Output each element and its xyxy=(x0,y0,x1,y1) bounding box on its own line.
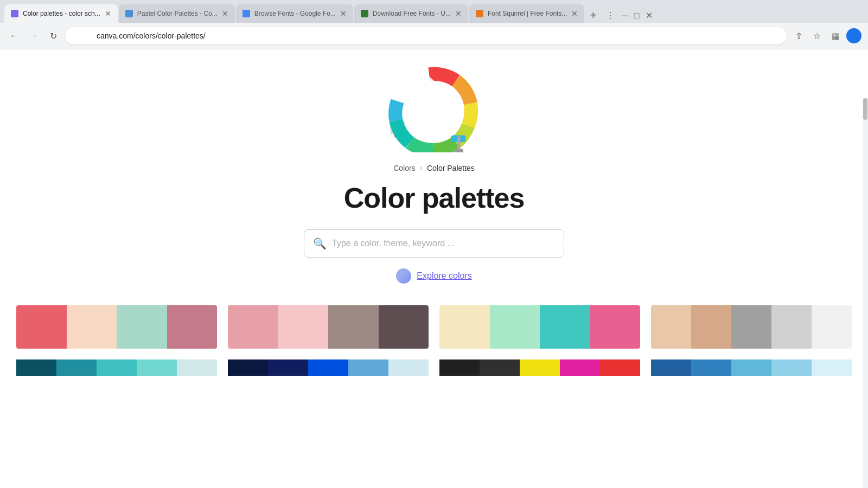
swatch-palettes-row-2-2-1 xyxy=(480,359,520,376)
swatch-palettes-row-1-2-1 xyxy=(490,305,540,349)
swatch-palettes-row-2-3-4 xyxy=(812,359,852,376)
nav-bar: ← → ↻ 🔒 canva.com/colors/color-palettes/… xyxy=(0,23,868,49)
swatch-palettes-row-1-3-3 xyxy=(771,305,812,349)
bookmark-icon[interactable]: ☆ xyxy=(809,28,825,43)
swatch-palettes-row-2-0-3 xyxy=(137,359,177,376)
palette-card-palettes-row-1-1[interactable] xyxy=(228,305,429,349)
svg-rect-6 xyxy=(457,136,460,151)
swatch-palettes-row-1-1-1 xyxy=(278,305,329,349)
reload-button[interactable]: ↻ xyxy=(46,28,61,43)
svg-rect-7 xyxy=(455,149,463,152)
swatch-palettes-row-1-3-2 xyxy=(731,305,771,349)
sidebar-icon[interactable]: ▦ xyxy=(828,28,843,43)
breadcrumb: Colors › Color Palettes xyxy=(393,163,475,173)
tab-close-2[interactable]: ✕ xyxy=(222,10,228,17)
address-text: canva.com/colors/color-palettes/ xyxy=(81,31,780,40)
explore-colors-link[interactable]: Explore colors xyxy=(417,271,471,281)
palette-card-palettes-row-1-3[interactable] xyxy=(651,305,852,349)
breadcrumb-parent-link[interactable]: Colors xyxy=(393,164,415,172)
palette-card-palettes-row-2-0[interactable] xyxy=(16,359,217,376)
search-input[interactable] xyxy=(332,239,555,248)
swatch-palettes-row-2-2-3 xyxy=(560,359,600,376)
address-bar-wrap: 🔒 canva.com/colors/color-palettes/ xyxy=(65,27,787,44)
palette-card-palettes-row-2-3[interactable] xyxy=(651,359,852,376)
swatch-palettes-row-2-0-2 xyxy=(97,359,137,376)
swatch-palettes-row-1-1-3 xyxy=(379,305,429,349)
palettes-section xyxy=(0,305,868,376)
maximize-icon[interactable]: □ xyxy=(632,9,642,23)
swatch-palettes-row-2-3-3 xyxy=(771,359,812,376)
scrollbar-thumb[interactable] xyxy=(863,98,867,120)
swatch-palettes-row-1-2-2 xyxy=(540,305,590,349)
hero-image xyxy=(380,55,488,152)
tab-favicon-3 xyxy=(242,10,250,17)
swatch-palettes-row-1-1-0 xyxy=(228,305,278,349)
tab-close-5[interactable]: ✕ xyxy=(571,10,578,17)
palette-card-palettes-row-1-2[interactable] xyxy=(439,305,640,349)
tab-4[interactable]: Download Free Fonts - U... ✕ xyxy=(354,4,468,23)
tab-label-2: Pastel Color Palettes - Co... xyxy=(137,10,218,17)
tab-favicon-4 xyxy=(361,10,368,17)
swatch-palettes-row-2-3-0 xyxy=(651,359,691,376)
swatch-palettes-row-2-0-0 xyxy=(16,359,56,376)
explore-circle-icon xyxy=(396,268,411,284)
tab-favicon-1 xyxy=(11,10,18,17)
palette-card-palettes-row-2-2[interactable] xyxy=(439,359,640,376)
tab-controls: ⋮ ─ □ ✕ xyxy=(604,8,655,23)
tab-favicon-2 xyxy=(125,10,133,17)
breadcrumb-current: Color Palettes xyxy=(427,164,475,172)
color-wheel-illustration xyxy=(380,55,488,152)
swatch-palettes-row-1-3-4 xyxy=(812,305,852,349)
tab-3[interactable]: Browse Fonts - Google Fo... ✕ xyxy=(236,4,353,23)
tab-close-3[interactable]: ✕ xyxy=(340,10,347,17)
swatch-palettes-row-2-3-2 xyxy=(731,359,771,376)
swatch-palettes-row-2-2-4 xyxy=(600,359,640,376)
tab-close-4[interactable]: ✕ xyxy=(455,10,462,17)
swatch-palettes-row-2-1-1 xyxy=(268,359,308,376)
search-box[interactable]: 🔍 xyxy=(304,229,564,258)
swatch-palettes-row-1-2-3 xyxy=(590,305,641,349)
browser-chrome: Color palettes - color sch... ✕ Pastel C… xyxy=(0,0,868,49)
swatch-palettes-row-1-3-1 xyxy=(691,305,731,349)
search-icon: 🔍 xyxy=(313,237,327,250)
swatch-palettes-row-2-2-0 xyxy=(439,359,480,376)
tab-favicon-5 xyxy=(476,10,483,17)
swatch-palettes-row-1-2-0 xyxy=(439,305,490,349)
swatch-palettes-row-1-0-0 xyxy=(16,305,67,349)
tab-1[interactable]: Color palettes - color sch... ✕ xyxy=(4,4,118,23)
forward-button[interactable]: → xyxy=(26,28,41,43)
tab-label-3: Browse Fonts - Google Fo... xyxy=(254,10,336,17)
tab-label-5: Font Squirrel | Free Fonts... xyxy=(488,10,567,17)
back-button[interactable]: ← xyxy=(7,28,22,43)
nav-right-icons: ⇧ ☆ ▦ xyxy=(791,28,861,43)
tab-list-icon[interactable]: ⋮ xyxy=(604,8,617,23)
close-window-icon[interactable]: ✕ xyxy=(643,8,655,23)
swatch-palettes-row-2-2-2 xyxy=(520,359,560,376)
swatch-palettes-row-1-3-0 xyxy=(651,305,691,349)
avatar[interactable] xyxy=(846,28,861,43)
swatch-palettes-row-2-1-4 xyxy=(388,359,429,376)
swatch-palettes-row-1-0-2 xyxy=(117,305,167,349)
tab-5[interactable]: Font Squirrel | Free Fonts... ✕ xyxy=(469,4,585,23)
breadcrumb-separator: › xyxy=(420,163,423,173)
tab-close-1[interactable]: ✕ xyxy=(105,10,111,17)
new-tab-button[interactable]: + xyxy=(585,8,601,23)
palette-card-palettes-row-2-1[interactable] xyxy=(228,359,429,376)
tab-label-1: Color palettes - color sch... xyxy=(23,10,100,17)
address-bar[interactable]: canva.com/colors/color-palettes/ xyxy=(65,27,787,44)
tab-label-4: Download Free Fonts - U... xyxy=(373,10,451,17)
swatch-palettes-row-1-1-2 xyxy=(328,305,379,349)
explore-link-wrap: Explore colors xyxy=(396,268,471,284)
tab-2[interactable]: Pastel Color Palettes - Co... ✕ xyxy=(119,4,235,23)
palettes-row-1 xyxy=(16,305,852,349)
scrollbar-area xyxy=(863,98,868,488)
swatch-palettes-row-1-0-1 xyxy=(67,305,117,349)
palette-card-palettes-row-1-0[interactable] xyxy=(16,305,217,349)
swatch-palettes-row-2-1-3 xyxy=(348,359,388,376)
swatch-palettes-row-1-0-3 xyxy=(167,305,218,349)
palettes-row-2 xyxy=(16,359,852,376)
share-icon[interactable]: ⇧ xyxy=(791,28,806,43)
swatch-palettes-row-2-3-1 xyxy=(691,359,731,376)
search-wrap: 🔍 xyxy=(304,229,564,258)
minimize-icon[interactable]: ─ xyxy=(619,9,629,23)
